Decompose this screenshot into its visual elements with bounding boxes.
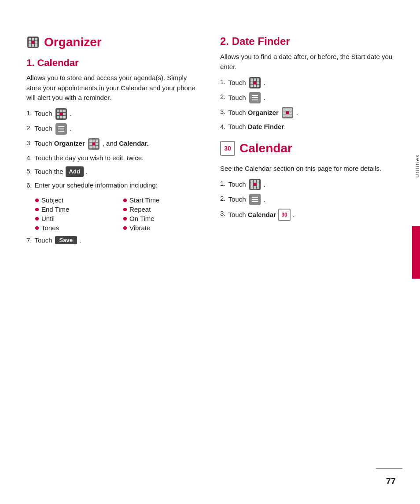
bullet-tones-label: Tones: [41, 224, 59, 232]
calendar-icon-title-row: 30 Calendar: [220, 141, 396, 156]
df-step-1-num: 1.: [220, 77, 226, 87]
step-3-text: Touch Organizer: [35, 139, 85, 149]
df-step-4: 4. Touch Date Finder.: [220, 122, 396, 132]
schedule-bullets: Subject Start Time End Time Repeat Until…: [35, 196, 203, 232]
step-1-num: 1.: [26, 108, 32, 118]
cal-step-1-apps-icon: [249, 179, 261, 190]
step-4: 4. Touch the day you wish to edit, twice…: [26, 153, 203, 163]
bullet-dot: [35, 217, 39, 221]
bullet-dot: [35, 226, 39, 230]
calendar-section-desc: See the Calendar section on this page fo…: [220, 164, 396, 174]
step-7-period: .: [80, 236, 81, 244]
bullet-tones: Tones: [35, 224, 114, 232]
calendar-section-title: 1. Calendar: [26, 57, 203, 69]
df-step-1-content: Touch .: [228, 77, 396, 88]
utilities-tab: [412, 226, 420, 279]
cal-step-3-content: Touch Calendar 30 .: [228, 209, 396, 221]
bullet-repeat-label: Repeat: [129, 206, 151, 213]
step-6: 6. Enter your schedule information inclu…: [26, 180, 203, 191]
step-1-content: Touch .: [35, 108, 203, 120]
step-1-period: .: [70, 109, 72, 119]
date-finder-description: Allows you to find a date after, or befo…: [220, 52, 396, 72]
cal-step-1-content: Touch .: [228, 179, 396, 190]
bullet-repeat: Repeat: [123, 206, 203, 213]
step-2: 2. Touch .: [26, 123, 203, 135]
bullet-end-time: End Time: [35, 206, 114, 213]
organizer-main-icon: [27, 37, 39, 48]
cal-step-2-text: Touch: [228, 195, 246, 205]
cal-step-3-period: .: [293, 210, 295, 220]
bullet-vibrate: Vibrate: [123, 224, 203, 232]
step-7-num: 7.: [26, 236, 32, 244]
df-step-2-content: Touch .: [228, 92, 396, 103]
step-2-content: Touch .: [35, 123, 203, 135]
df-step-2-period: .: [264, 93, 265, 103]
df-step-2-menu-icon: [249, 92, 261, 103]
organizer-title-row: Organizer: [26, 35, 203, 49]
df-step-3-organizer-icon: [282, 107, 293, 118]
step-6-num: 6.: [26, 180, 32, 191]
step-1-text: Touch: [35, 109, 52, 119]
df-step-4-num: 4.: [220, 122, 226, 132]
step-1: 1. Touch .: [26, 108, 203, 120]
step-4-text: Touch the day you wish to edit, twice.: [35, 153, 144, 163]
df-step-1-period: .: [264, 78, 265, 88]
calendar-icon-title: Calendar: [239, 141, 292, 155]
bullet-vibrate-label: Vibrate: [129, 224, 150, 232]
cal-step-2-period: .: [264, 195, 265, 205]
bullet-dot: [123, 217, 127, 221]
bullet-until-label: Until: [41, 215, 55, 222]
page-container: Organizer 1. Calendar Allows you to stor…: [0, 0, 420, 504]
step-3-content: Touch Organizer , and Calendar.: [35, 138, 203, 150]
step-2-num: 2.: [26, 123, 32, 133]
date-finder-steps-list: 1. Touch . 2. Touch: [220, 77, 396, 132]
bullet-subject: Subject: [35, 196, 114, 204]
step-6-content: Enter your schedule information includin…: [35, 180, 203, 191]
step-5-text: Touch the: [35, 167, 63, 177]
bullet-dot: [35, 208, 39, 211]
df-step-4-content: Touch Date Finder.: [228, 122, 396, 132]
left-column: Organizer 1. Calendar Allows you to stor…: [26, 35, 203, 478]
organizer-title: Organizer: [44, 35, 102, 49]
step-7-text: Touch: [35, 236, 52, 244]
cal-step-1-text: Touch: [228, 180, 246, 190]
date-finder-title: 2. Date Finder: [220, 35, 396, 48]
page-divider: [376, 468, 402, 469]
add-button-label: Add: [66, 166, 84, 177]
step-3: 3. Touch Organizer , and Calendar.: [26, 138, 203, 150]
cal-step-2-menu-icon: [249, 194, 261, 205]
df-step-4-text: Touch Date Finder.: [228, 122, 286, 132]
step-3-num: 3.: [26, 138, 32, 148]
calendar-large-icon: 30: [220, 141, 235, 156]
step-5-num: 5.: [26, 166, 32, 177]
step-7: 7. Touch Save .: [26, 236, 203, 244]
cal-step-3-cal-icon: 30: [278, 209, 291, 221]
df-step-3-period: .: [296, 108, 298, 118]
bullet-dot: [123, 208, 127, 211]
df-step-1: 1. Touch .: [220, 77, 396, 88]
step-6-text: Enter your schedule information includin…: [35, 180, 158, 191]
utilities-label: Utilities: [413, 154, 420, 177]
step-2-text: Touch: [35, 124, 52, 134]
bullet-start-time: Start Time: [123, 196, 203, 204]
calendar-steps-list: 1. Touch . 2. Touch: [26, 108, 203, 191]
df-step-2-num: 2.: [220, 92, 226, 102]
df-step-3-text: Touch Organizer: [228, 108, 279, 118]
step-5-content: Touch the Add .: [35, 166, 203, 177]
df-step-2: 2. Touch .: [220, 92, 396, 103]
step-2-menu-icon: [55, 123, 67, 135]
right-column: 2. Date Finder Allows you to find a date…: [220, 35, 396, 478]
df-step-3-content: Touch Organizer .: [228, 107, 396, 118]
df-step-3-num: 3.: [220, 107, 226, 117]
step-4-content: Touch the day you wish to edit, twice.: [35, 153, 203, 163]
df-step-1-text: Touch: [228, 78, 246, 88]
bullet-start-time-label: Start Time: [129, 196, 159, 204]
cal-step-1-num: 1.: [220, 179, 226, 189]
step-5-period: .: [86, 167, 88, 177]
cal-step-2-num: 2.: [220, 194, 226, 204]
page-number: 77: [386, 476, 396, 486]
bullet-until: Until: [35, 215, 114, 222]
step-5: 5. Touch the Add .: [26, 166, 203, 177]
save-button-label: Save: [55, 236, 77, 244]
bullet-dot: [123, 226, 127, 230]
